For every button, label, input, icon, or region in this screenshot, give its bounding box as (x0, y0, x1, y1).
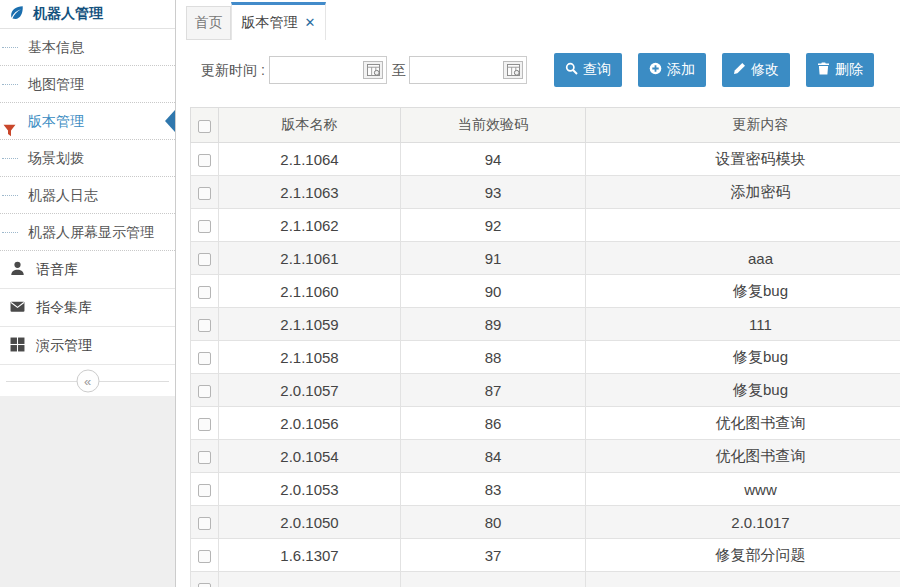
version-cell: 2.0.1053 (219, 473, 401, 506)
sidebar-item-scene-allocation[interactable]: 场景划拨 (0, 140, 175, 177)
row-checkbox[interactable] (198, 451, 211, 464)
table-row: 2.1.1064 94 设置密码模块 (191, 143, 900, 176)
button-label: 添加 (667, 61, 695, 79)
checksum-cell (401, 572, 586, 587)
content-cell: 优化图书查询 (586, 407, 900, 440)
row-checkbox[interactable] (198, 154, 211, 167)
version-cell: 2.1.1063 (219, 176, 401, 209)
checksum-cell: 88 (401, 341, 586, 374)
table-row: 2.1.1058 88 修复bug (191, 341, 900, 374)
version-cell: 2.1.1064 (219, 143, 401, 176)
content-cell: aaa (586, 242, 900, 275)
add-button[interactable]: 添加 (638, 53, 706, 87)
search-icon (565, 62, 578, 78)
date-from-field (269, 56, 387, 84)
row-checkbox[interactable] (198, 187, 211, 200)
checksum-cell: 84 (401, 440, 586, 473)
row-checkbox[interactable] (198, 484, 211, 497)
table-row: 2.0.1054 84 优化图书查询 (191, 440, 900, 473)
button-label: 查询 (583, 61, 611, 79)
sidebar-item-label: 基本信息 (28, 39, 84, 55)
sidebar-item-voice-library[interactable]: 语音库 (0, 251, 175, 289)
version-cell: 2.1.1060 (219, 275, 401, 308)
checksum-cell: 80 (401, 506, 586, 539)
checksum-cell: 83 (401, 473, 586, 506)
search-button[interactable]: 查询 (554, 53, 622, 87)
button-label: 删除 (835, 61, 863, 79)
version-cell: 2.1.1059 (219, 308, 401, 341)
checksum-cell: 37 (401, 539, 586, 572)
sidebar-item-label: 场景划拨 (28, 150, 84, 166)
date-to-input[interactable] (410, 57, 503, 83)
sidebar-item-version-management[interactable]: 版本管理 (0, 103, 175, 140)
content-cell: www (586, 473, 900, 506)
delete-button[interactable]: 删除 (806, 53, 874, 87)
date-from-input[interactable] (270, 57, 363, 83)
row-checkbox[interactable] (198, 583, 211, 587)
row-checkbox[interactable] (198, 517, 211, 530)
plus-circle-icon (649, 62, 662, 78)
column-header-content: 更新内容 (586, 108, 900, 143)
content-cell: 修复bug (586, 275, 900, 308)
version-cell: 1.6.1307 (219, 539, 401, 572)
sidebar-item-label: 机器人屏幕显示管理 (28, 224, 154, 240)
table-row-partial (191, 572, 900, 587)
sidebar-item-robot-screen-display[interactable]: 机器人屏幕显示管理 (0, 214, 175, 251)
tab-version-management[interactable]: 版本管理 ✕ (231, 2, 326, 40)
table-row: 2.0.1050 80 2.0.1017 (191, 506, 900, 539)
checksum-cell: 94 (401, 143, 586, 176)
version-cell (219, 572, 401, 587)
calendar-icon[interactable] (363, 61, 383, 79)
row-checkbox[interactable] (198, 253, 211, 266)
table-row: 2.0.1053 83 www (191, 473, 900, 506)
sidebar-item-map-management[interactable]: 地图管理 (0, 66, 175, 103)
row-checkbox[interactable] (198, 385, 211, 398)
sidebar-item-label: 指令集库 (36, 299, 92, 317)
tab-label: 版本管理 (242, 14, 298, 32)
content-cell: 111 (586, 308, 900, 341)
row-checkbox[interactable] (198, 286, 211, 299)
row-checkbox[interactable] (198, 550, 211, 563)
table-row: 2.1.1060 90 修复bug (191, 275, 900, 308)
envelope-icon (10, 299, 25, 317)
sidebar-header: 机器人管理 (0, 0, 175, 29)
sidebar-collapse-bar: « (0, 365, 175, 396)
tab-home[interactable]: 首页 (186, 6, 231, 40)
button-label: 修改 (751, 61, 779, 79)
version-cell: 2.0.1050 (219, 506, 401, 539)
edit-button[interactable]: 修改 (722, 53, 790, 87)
content-cell: 优化图书查询 (586, 440, 900, 473)
checksum-cell: 89 (401, 308, 586, 341)
sidebar-item-demo-management[interactable]: 演示管理 (0, 327, 175, 365)
sidebar-item-label: 演示管理 (36, 337, 92, 355)
row-checkbox[interactable] (198, 352, 211, 365)
version-table: 版本名称 当前效验码 更新内容 2.1.1064 94 设置密码模块 2.1.1… (190, 107, 900, 587)
sidebar-item-label: 地图管理 (28, 76, 84, 92)
content-cell: 设置密码模块 (586, 143, 900, 176)
select-all-checkbox[interactable] (198, 120, 211, 133)
row-checkbox[interactable] (198, 418, 211, 431)
sidebar-item-basic-info[interactable]: 基本信息 (0, 29, 175, 66)
calendar-icon[interactable] (503, 61, 523, 79)
row-checkbox[interactable] (198, 319, 211, 332)
version-cell: 2.1.1061 (219, 242, 401, 275)
sidebar-collapse-button[interactable]: « (76, 369, 99, 392)
close-icon[interactable]: ✕ (305, 15, 316, 30)
sidebar-item-robot-log[interactable]: 机器人日志 (0, 177, 175, 214)
column-header-version: 版本名称 (219, 108, 401, 143)
checksum-cell: 90 (401, 275, 586, 308)
sidebar-item-label: 机器人日志 (28, 187, 98, 203)
sidebar-item-command-set-library[interactable]: 指令集库 (0, 289, 175, 327)
checksum-cell: 86 (401, 407, 586, 440)
leaf-icon (9, 5, 24, 23)
person-icon (10, 261, 25, 279)
version-cell: 2.1.1062 (219, 209, 401, 242)
table-row: 2.1.1063 93 添加密码 (191, 176, 900, 209)
main-content: 首页 版本管理 ✕ 更新时间 : 至 查询 添加 修改 (177, 0, 900, 587)
update-time-label: 更新时间 : (201, 62, 265, 80)
table-row: 2.0.1057 87 修复bug (191, 374, 900, 407)
row-checkbox[interactable] (198, 220, 211, 233)
column-header-checksum: 当前效验码 (401, 108, 586, 143)
content-cell (586, 572, 900, 587)
version-cell: 2.0.1057 (219, 374, 401, 407)
